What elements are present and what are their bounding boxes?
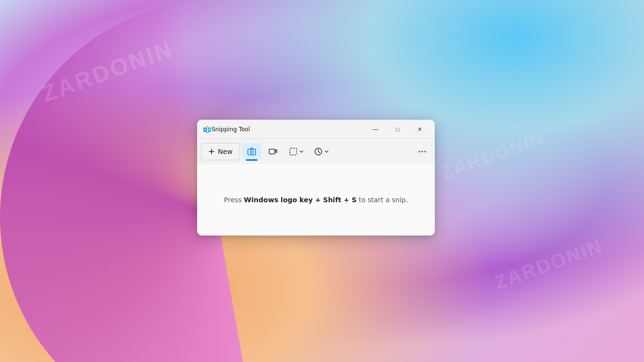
chevron-down-icon-2 [324,149,329,154]
mode-icon [288,147,298,156]
camera-icon [247,147,257,156]
svg-point-3 [209,129,210,130]
window-title: Snipping Tool [212,126,364,133]
new-button[interactable]: New [201,143,240,160]
minimize-button[interactable]: — [364,122,386,137]
svg-point-10 [422,151,423,153]
more-options-button[interactable] [414,143,431,160]
content-area: Press Windows logo key + Shift + S to st… [197,164,435,236]
maximize-button[interactable]: □ [386,122,409,137]
svg-point-2 [204,129,206,130]
plus-icon [208,148,215,155]
clock-icon [314,147,323,156]
close-button[interactable]: ✕ [409,122,431,137]
mode-button[interactable] [285,143,308,160]
screenshot-button[interactable] [242,143,261,160]
chevron-down-icon [299,149,304,154]
more-dots-icon [417,147,427,156]
hint-message: Press Windows logo key + Shift + S to st… [224,195,408,205]
svg-point-9 [419,151,420,153]
window-controls: — □ ✕ [364,122,431,137]
title-bar: Snipping Tool — □ ✕ [197,120,435,139]
delay-button[interactable] [310,143,333,160]
video-icon [268,147,278,156]
svg-point-5 [250,151,253,153]
video-button[interactable] [263,143,283,160]
svg-rect-4 [248,149,256,155]
app-icon [203,125,212,134]
snipping-tool-window: Snipping Tool — □ ✕ New [197,120,435,236]
svg-rect-7 [290,148,297,155]
svg-rect-6 [269,149,275,154]
keyboard-shortcut: Windows logo key + Shift + S [244,196,357,204]
toolbar: New [197,139,435,164]
svg-point-11 [425,151,426,153]
